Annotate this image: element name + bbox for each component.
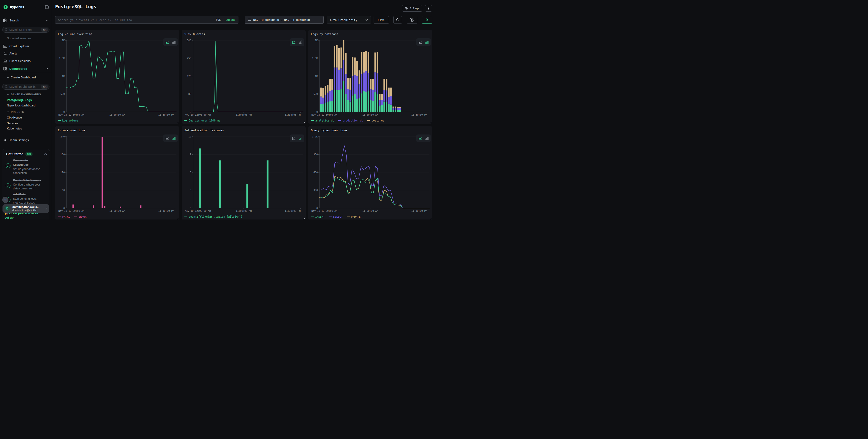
legend-item[interactable]: ERROR bbox=[74, 215, 87, 218]
svg-text:11:30:00 PM: 11:30:00 PM bbox=[285, 113, 301, 116]
live-button[interactable]: Live bbox=[374, 16, 389, 24]
resize-handle-icon[interactable] bbox=[429, 217, 431, 219]
legend-item[interactable]: SELECT bbox=[329, 215, 343, 218]
tags-button[interactable]: 0 Tags bbox=[402, 5, 423, 12]
hyperdx-logo-icon bbox=[3, 5, 8, 9]
sql-mode-toggle[interactable]: SQL bbox=[216, 18, 221, 22]
chart-title: Log volume over time bbox=[58, 32, 92, 36]
resize-handle-icon[interactable] bbox=[303, 121, 305, 123]
section-presets[interactable]: PRESETS bbox=[7, 111, 24, 113]
sidebar-item-team-settings[interactable]: Team Settings bbox=[0, 137, 52, 143]
sidebar-item-alerts[interactable]: Alerts bbox=[0, 51, 52, 56]
legend-item[interactable]: countIf(like(arr..ation failed%')) bbox=[184, 215, 242, 218]
legend-swatch bbox=[58, 120, 61, 121]
chart-plot-area[interactable]: 05001K1.5K2KNov 10 12:00:00 AM11:00:00 A… bbox=[57, 38, 177, 117]
run-query-button[interactable] bbox=[422, 16, 432, 24]
get-started-item-desc: Start sending logs, metrics, or traces bbox=[13, 197, 45, 205]
sidebar-item-services[interactable]: Services bbox=[7, 122, 18, 125]
legend-item[interactable]: UPDATE bbox=[347, 215, 361, 218]
legend-item[interactable]: production_db bbox=[338, 119, 363, 122]
legend-item[interactable]: postgres bbox=[367, 119, 384, 122]
brand: HyperDX bbox=[3, 4, 49, 10]
granularity-select[interactable]: Auto Granularity bbox=[327, 16, 371, 24]
chevron-up-icon[interactable] bbox=[44, 153, 47, 155]
get-started-item-sources[interactable]: Create Data Sources Configure where your… bbox=[6, 178, 48, 190]
saved-dashboards-input[interactable]: Saved Dashboards ⌘K bbox=[2, 84, 50, 90]
line-view-icon[interactable] bbox=[418, 40, 423, 44]
line-view-icon[interactable] bbox=[165, 40, 169, 44]
more-options-button[interactable] bbox=[425, 5, 432, 12]
line-view-icon[interactable] bbox=[292, 137, 296, 140]
sidebar-item-postgresql-logs[interactable]: PostgreSQL Logs bbox=[7, 98, 32, 102]
chart-plot-area[interactable]: 03006009001.2KNov 10 12:00:00 AM11:00:00… bbox=[310, 134, 430, 213]
sidebar: HyperDX Search Saved Searches ⌘K No save… bbox=[0, 0, 52, 220]
refresh-button[interactable] bbox=[394, 16, 402, 24]
chart-plot-area[interactable]: 05001K1.5K2KNov 10 12:00:00 AM11:00:00 A… bbox=[310, 38, 430, 117]
svg-text:600: 600 bbox=[313, 171, 318, 174]
bar-view-icon[interactable] bbox=[172, 40, 176, 44]
legend-label: analytics_db bbox=[315, 119, 334, 122]
sidebar-item-clickhouse[interactable]: ClickHouse bbox=[7, 116, 22, 119]
legend-swatch bbox=[329, 217, 332, 217]
tags-label: 0 Tags bbox=[410, 7, 420, 10]
no-saved-searches-text: No saved searches bbox=[7, 37, 31, 40]
resize-handle-icon[interactable] bbox=[303, 217, 305, 219]
filter-button[interactable] bbox=[407, 16, 417, 24]
date-range-picker[interactable]: Nov 10 00:00:00 - Nov 11 00:00:00 bbox=[245, 16, 324, 24]
bar-view-icon[interactable] bbox=[299, 40, 302, 44]
chart-type-toggle bbox=[416, 38, 431, 46]
legend-item[interactable]: analytics_db bbox=[311, 119, 334, 122]
get-started-item-desc: Configure where your data comes from bbox=[13, 183, 44, 190]
sidebar-item-kubernetes[interactable]: Kubernetes bbox=[7, 127, 22, 130]
sidebar-item-chart-explorer[interactable]: Chart Explorer bbox=[0, 43, 52, 49]
chart-plot-area[interactable]: 036912Nov 10 12:00:00 AM11:00:00 AM11:30… bbox=[184, 134, 304, 213]
svg-text:11:00:00 AM: 11:00:00 AM bbox=[362, 210, 378, 212]
sidebar-item-nginx-logs-dashboard[interactable]: Nginx logs dashboard bbox=[7, 104, 36, 107]
legend-item[interactable]: Queries over 1000 ms bbox=[184, 119, 220, 122]
sidebar-item-client-sessions[interactable]: Client Sessions bbox=[0, 58, 52, 64]
line-view-icon[interactable] bbox=[165, 137, 169, 140]
resize-handle-icon[interactable] bbox=[429, 121, 431, 123]
chevron-up-icon bbox=[46, 68, 49, 69]
divider bbox=[0, 24, 52, 24]
line-view-icon[interactable] bbox=[418, 137, 423, 140]
collapse-sidebar-icon[interactable] bbox=[45, 5, 49, 9]
chevron-right-icon bbox=[45, 207, 47, 210]
chart-plot-area[interactable]: 085170255340Nov 10 12:00:00 AM11:00:00 A… bbox=[184, 38, 304, 117]
legend-item[interactable]: FATAL bbox=[58, 215, 70, 218]
bar-view-icon[interactable] bbox=[425, 137, 429, 140]
resize-handle-icon[interactable] bbox=[176, 121, 178, 123]
saved-dashboards-placeholder: Saved Dashboards bbox=[9, 85, 36, 88]
user-menu[interactable]: D dominic.tran@clic... dominic.tran@clic… bbox=[2, 204, 49, 213]
chart-type-toggle bbox=[290, 38, 304, 46]
chart-title: Query types over time bbox=[311, 129, 347, 132]
chart-legend: analytics_dbproduction_dbpostgres bbox=[311, 119, 384, 122]
create-dashboard-button[interactable]: + Create Dashboard bbox=[7, 75, 36, 79]
bar-view-icon[interactable] bbox=[299, 137, 302, 140]
svg-text:1.5K: 1.5K bbox=[59, 57, 65, 60]
saved-searches-input[interactable]: Saved Searches ⌘K bbox=[2, 27, 50, 33]
svg-text:11:00:00 AM: 11:00:00 AM bbox=[236, 210, 252, 212]
sidebar-item-dashboards[interactable]: Dashboards bbox=[0, 66, 52, 71]
get-started-item-add-data[interactable]: Add Data Start sending logs, metrics, or… bbox=[6, 192, 48, 205]
chart-plot-area[interactable]: 060120180240Nov 10 12:00:00 AM11:00:00 A… bbox=[57, 134, 177, 213]
legend-item[interactable]: INSERT bbox=[311, 215, 325, 218]
line-view-icon[interactable] bbox=[292, 40, 296, 44]
resize-handle-icon[interactable] bbox=[176, 217, 178, 219]
help-button[interactable]: ? bbox=[2, 197, 8, 203]
get-started-progress-badge: 3/3 bbox=[25, 152, 32, 156]
mode-divider: | bbox=[222, 18, 224, 22]
legend-label: countIf(like(arr..ation failed%')) bbox=[189, 215, 242, 218]
lucene-mode-toggle[interactable]: Lucene bbox=[226, 18, 236, 22]
user-email: dominic.tran@clickho... bbox=[12, 209, 39, 212]
legend-label: postgres bbox=[372, 119, 384, 122]
get-started-item-connect[interactable]: Connect to ClickHouse Set up your databa… bbox=[6, 158, 48, 175]
section-saved-dashboards[interactable]: SAVED DASHBOARDS bbox=[7, 93, 41, 96]
legend-swatch bbox=[184, 217, 187, 217]
legend-item[interactable]: Log volume bbox=[58, 119, 78, 122]
sidebar-item-search[interactable]: Search bbox=[0, 18, 52, 23]
bar-view-icon[interactable] bbox=[425, 40, 429, 44]
event-search-input[interactable]: Search your events w/ Lucene ex. column:… bbox=[55, 16, 239, 24]
bar-view-icon[interactable] bbox=[172, 137, 176, 140]
chart-card-1: Slow Queries085170255340Nov 10 12:00:00 … bbox=[182, 30, 306, 124]
